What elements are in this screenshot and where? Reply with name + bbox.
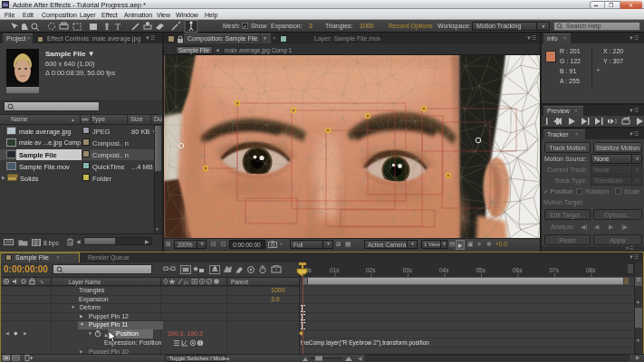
svg-text:8 bpc: 8 bpc <box>43 240 60 247</box>
svg-text:07s: 07s <box>550 267 560 273</box>
svg-text:08s: 08s <box>586 267 596 273</box>
svg-text:03s: 03s <box>403 267 413 273</box>
svg-text:fx: fx <box>184 279 189 285</box>
svg-text:06s: 06s <box>513 267 523 273</box>
svg-text:02s: 02s <box>366 267 376 273</box>
svg-text:01s: 01s <box>330 267 340 273</box>
svg-text:04s: 04s <box>439 267 449 273</box>
svg-text:T: T <box>115 22 120 32</box>
svg-text:05s: 05s <box>476 267 486 273</box>
